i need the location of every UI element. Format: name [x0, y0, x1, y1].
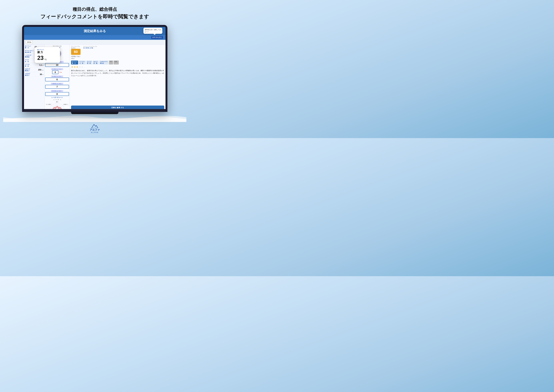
screen-title: 測定結果をみる — [84, 29, 106, 33]
score-box-4: 7 — [45, 85, 69, 89]
year-row: 2022 ▾ — [24, 40, 166, 45]
star-5: ☆ — [81, 65, 83, 68]
radar-title: レーダーチャート — [45, 97, 69, 98]
laptop-frame: 測定結果をみる ⌂ ホームに戻る 基準表を見て 比較してみよう！ 基 準 表を見… — [22, 25, 167, 112]
event-tab-chodo[interactable]: ちょうど 長 距 — [86, 61, 92, 64]
logo-area: アルファ ALPHA — [90, 124, 100, 133]
svg-text:上体起こし: 上体起こし — [63, 104, 68, 105]
event-tab-hanbuku[interactable]: はんぶく 反 復 — [93, 61, 99, 64]
laptop-base — [24, 109, 166, 112]
screen-subheader: 基準表を見て 比較してみよう！ 基 準 表を見る — [24, 35, 166, 40]
star-3: ★ — [76, 65, 78, 68]
header-line1: 種目の得点、総合得点 — [41, 6, 149, 12]
event-tab-jotai[interactable]: じょうたい 上 体 — [79, 61, 86, 64]
event-tabs: あくりょく 握 力 じょうたい 上 体 ちょうど 長 距 — [71, 61, 164, 64]
star-2: ★ — [74, 65, 76, 68]
kijun-button[interactable]: 基 準 表を見る — [151, 36, 163, 39]
floating-unit: kg — [45, 58, 47, 60]
event-tab-50m[interactable]: 50m — [109, 61, 113, 64]
floating-title: 握 力 — [37, 51, 57, 54]
page-header: 種目の得点、総合得点 フィードバックコメントを即時で閲覧できます — [41, 6, 149, 20]
score-box-3: 6 — [45, 77, 69, 81]
laptop-wrapper: あくりょく 握 力 23 kg 測定結果をみる ⌂ ホームに戻る 基準表を見て … — [22, 25, 167, 114]
floating-value: 23 — [37, 55, 44, 61]
radar-chart: 握力 上体起こし 長座体前屈 持久走 0m走 1人結果 反復横とび 立ち幅とび … — [46, 100, 68, 109]
logo-text-jp: アルファ — [90, 128, 100, 132]
logo-text-en: ALPHA — [91, 132, 98, 133]
right-column: そうごうとくてん 総合得点 60 A評価まであと1点だ たいりょくようそ ひょう… — [70, 45, 166, 109]
list-item: はばとび 幅 跳 び 250 cm — [24, 68, 44, 72]
total-score-sub: A評価まであと1点だ — [71, 56, 81, 60]
list-item: とおなげ 遠 投 げ 30 m — [24, 72, 44, 77]
list-item: そうそ2 速 走 7.2 秒 — [24, 63, 44, 68]
laptop-stand — [71, 112, 118, 114]
record-edit-button[interactable]: 記録を 編 集 する — [71, 105, 164, 109]
floating-label: あくりょく — [37, 49, 57, 51]
star-4: ☆ — [79, 65, 81, 68]
radar-svg: 握力 上体起こし 長座体前屈 持久走 0m走 1人結果 反復横とび 立ち幅とび … — [46, 100, 68, 109]
event-tab-jikyu[interactable]: じゅきゅうそう 持久走 — [99, 61, 109, 64]
score-box-2: 6 — [52, 70, 58, 74]
rating-stars: ★ ★ ★ ☆ ☆ — [71, 65, 164, 68]
star-1: ★ — [71, 65, 73, 68]
kijun-balloon: 基準表を見て 比較してみよう！ — [143, 28, 162, 34]
score-list: ▲ 3.0回増えると7点だ！ 10 −31.0増えると7点だ！ 6 +2▲ — [45, 60, 69, 96]
feedback-text: 握力を高めるために、改善方法を考えてみましょう。握力は上半身の筋力との関連性が高… — [71, 69, 164, 77]
score-box-1: 10 — [45, 63, 69, 67]
score-box-5: 8 — [45, 92, 69, 96]
event-tab-akuryoku[interactable]: あくりょく 握 力 — [71, 61, 78, 64]
svg-text:握力: 握力 — [56, 101, 58, 102]
floating-card: あくりょく 握 力 23 kg — [35, 47, 60, 63]
event-tab-more[interactable]: 先頭... — [114, 61, 119, 64]
year-selector[interactable]: 2022 ▾ — [26, 41, 33, 44]
total-score-section: そうごうとくてん 総合得点 60 A評価まであと1点だ たいりょくようそ ひょう… — [71, 46, 164, 60]
total-score-box: 60 — [71, 49, 81, 55]
logo-icon — [91, 124, 99, 128]
svg-text:ボール投げ: ボール投げ — [46, 104, 51, 105]
header-line2: フィードバックコメントを即時で閲覧できます — [41, 13, 149, 20]
laptop-screen: 測定結果をみる ⌂ ホームに戻る 基準表を見て 比較してみよう！ 基 準 表を見… — [24, 27, 166, 109]
